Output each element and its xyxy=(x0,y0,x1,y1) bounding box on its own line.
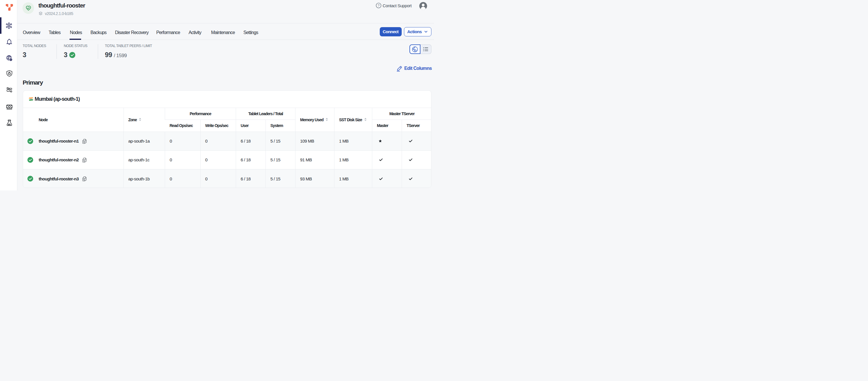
svg-text:?: ? xyxy=(378,4,379,7)
